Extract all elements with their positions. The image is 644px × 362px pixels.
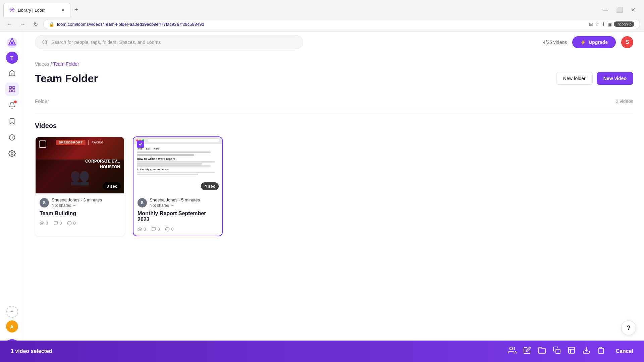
edit-icon — [523, 346, 531, 354]
breadcrumb-separator: / — [50, 61, 53, 67]
svg-point-16 — [139, 229, 141, 230]
incognito-badge: Incognito — [614, 21, 634, 27]
videos-section-title: Videos — [35, 122, 633, 130]
maximize-button[interactable]: ⬜ — [613, 5, 626, 14]
move-to-folder-button[interactable] — [538, 346, 546, 356]
user-avatar[interactable]: S — [621, 36, 633, 48]
sidebar-item-notifications[interactable] — [5, 99, 19, 112]
views-icon-2 — [138, 227, 142, 232]
tab-title: Library | Loom — [18, 8, 59, 13]
loom-logo-icon — [6, 37, 18, 49]
reactions-stat-1: 0 — [67, 221, 75, 226]
video-meta-2: S Sheena Jones · 5 minutes Not shared — [138, 197, 218, 208]
video-info-1: S Sheena Jones · 3 minutes Not shared Te — [36, 193, 124, 230]
video-grid: SPEEDSPORT RACING 👥 CORPORATE EV... HOUS… — [35, 136, 633, 236]
search-bar[interactable]: Search for people, tags, folders, Spaces… — [35, 36, 303, 49]
author-name-2: Sheena Jones · 5 minutes — [150, 197, 218, 202]
folder-section-header: Folder 2 videos — [35, 98, 633, 108]
tab-close-button[interactable]: ✕ — [61, 8, 65, 12]
views-count-2: 0 — [144, 227, 146, 232]
minimize-button[interactable]: — — [600, 6, 611, 14]
sidebar-item-saved[interactable] — [5, 115, 19, 128]
breadcrumb-current: Team Folder — [53, 61, 79, 67]
back-button[interactable]: ← — [4, 20, 15, 28]
views-count-1: 0 — [46, 221, 48, 226]
sharing-status-2[interactable]: Not shared — [150, 203, 218, 208]
main-content: Search for people, tags, folders, Spaces… — [24, 32, 644, 362]
video-meta-1: S Sheena Jones · 3 minutes Not shared — [40, 197, 120, 208]
comments-icon-2 — [151, 227, 156, 232]
breadcrumb-parent[interactable]: Videos — [35, 61, 49, 67]
search-icon — [42, 39, 48, 45]
new-folder-button[interactable]: New folder — [556, 72, 593, 85]
settings-icon — [8, 150, 16, 157]
add-space-button[interactable]: + — [6, 306, 18, 318]
svg-rect-21 — [556, 349, 560, 354]
page-title: Team Folder — [35, 72, 98, 85]
comments-stat-2: 0 — [151, 227, 160, 232]
folder-section: Folder 2 videos — [35, 93, 633, 114]
tag-button[interactable] — [568, 346, 576, 356]
page-header: Team Folder New folder New video — [35, 72, 633, 85]
video-card-1[interactable]: SPEEDSPORT RACING 👥 CORPORATE EV... HOUS… — [35, 136, 125, 236]
video-duration-2: 4 sec — [201, 182, 219, 190]
svg-point-20 — [509, 347, 513, 350]
svg-line-11 — [46, 43, 47, 44]
copy-button[interactable] — [553, 346, 561, 356]
header-right: 4/25 videos ⚡ Upgrade S — [543, 36, 633, 48]
reload-button[interactable]: ↻ — [31, 20, 41, 29]
clock-icon — [8, 134, 16, 141]
sidebar-item-home[interactable] — [5, 66, 19, 80]
folder-section-title: Folder — [35, 98, 49, 104]
videos-count: 4/25 videos — [543, 40, 567, 45]
svg-point-12 — [41, 223, 43, 224]
meta-details-2: Sheena Jones · 5 minutes Not shared — [150, 197, 218, 208]
views-icon-1 — [40, 221, 44, 226]
share-users-button[interactable] — [508, 346, 517, 357]
address-icons: ⊞ ☆ ⬇ ▣ Incognito — [589, 21, 634, 27]
team-avatar[interactable]: T — [6, 52, 18, 64]
sidebar-item-settings[interactable] — [5, 147, 19, 160]
download-button[interactable] — [582, 346, 590, 356]
search-input[interactable]: Search for people, tags, folders, Spaces… — [51, 40, 161, 45]
help-button[interactable]: ? — [621, 320, 636, 335]
selection-bar: 1 video selected — [0, 341, 644, 362]
bookmark-icon — [8, 118, 16, 125]
videos-section: Videos SPEEDSPORT RACING — [35, 122, 633, 236]
cancel-selection-button[interactable]: Cancel — [616, 348, 633, 354]
sidebar-item-library[interactable] — [5, 82, 19, 96]
breadcrumb: Videos / Team Folder — [35, 61, 633, 67]
chevron-down-icon-1 — [73, 204, 76, 207]
video-card-2[interactable]: File Edit View How to write a work repor… — [133, 136, 223, 236]
edit-button[interactable] — [523, 346, 531, 356]
folder-icon — [538, 346, 546, 354]
trash-icon — [597, 346, 605, 354]
forward-button[interactable]: → — [17, 20, 28, 28]
author-avatar-1: S — [40, 198, 49, 207]
address-bar[interactable]: 🔒 loom.com/looms/videos/Team-Folder-aa0e… — [43, 19, 640, 29]
notification-dot — [14, 101, 17, 103]
video-checkbox-1[interactable] — [39, 140, 46, 148]
video-stats-2: 0 0 0 — [138, 227, 218, 232]
sidebar: T — [0, 32, 24, 362]
lock-icon: 🔒 — [49, 22, 54, 27]
sharing-status-1[interactable]: Not shared — [52, 203, 120, 208]
video-thumb-2: File Edit View How to write a work repor… — [133, 137, 222, 193]
comments-stat-1: 0 — [53, 221, 62, 226]
svg-point-13 — [68, 221, 72, 225]
new-tab-button[interactable]: + — [72, 5, 81, 15]
loom-logo[interactable] — [6, 37, 18, 49]
svg-rect-6 — [12, 90, 14, 92]
sidebar-item-history[interactable] — [5, 131, 19, 144]
upgrade-button[interactable]: ⚡ Upgrade — [572, 36, 616, 48]
video-title-2: Monthly Report September 2023 — [138, 210, 218, 223]
browser-tab[interactable]: ✳ Library | Loom ✕ — [3, 3, 70, 17]
delete-button[interactable] — [597, 346, 605, 356]
header: Search for people, tags, folders, Spaces… — [24, 32, 644, 53]
video-checkbox-2[interactable] — [137, 140, 144, 148]
new-video-button[interactable]: New video — [597, 72, 633, 85]
download-icon: ⬇ — [601, 21, 605, 27]
user-a-avatar[interactable]: A — [6, 320, 18, 333]
close-button[interactable]: ✕ — [628, 5, 638, 14]
reactions-count-2: 0 — [171, 227, 173, 232]
